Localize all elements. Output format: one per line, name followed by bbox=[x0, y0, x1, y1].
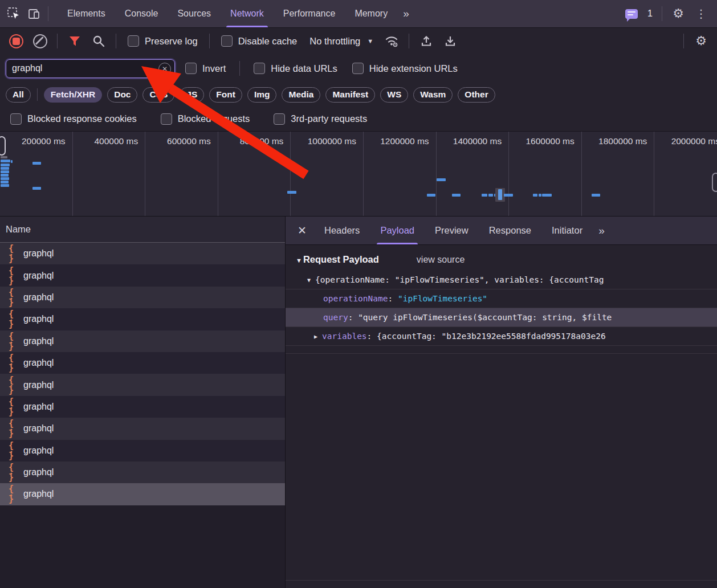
payload-row[interactable]: operationName: "ipFlowTimeseries" bbox=[286, 289, 717, 308]
third-party-control[interactable]: 3rd-party requests bbox=[274, 113, 367, 125]
detail-tab-initiator[interactable]: Initiator bbox=[541, 217, 593, 244]
divider bbox=[37, 88, 38, 101]
more-panels-icon[interactable]: » bbox=[397, 7, 414, 20]
timeline-column: 1400000 ms bbox=[437, 132, 510, 216]
tab-console[interactable]: Console bbox=[115, 0, 168, 27]
record-network-log-button[interactable] bbox=[6, 31, 26, 51]
settings-button[interactable]: ⚙ bbox=[668, 3, 689, 24]
tab-elements[interactable]: Elements bbox=[58, 0, 115, 27]
request-name: graphql bbox=[23, 380, 54, 390]
json-braces-icon: { } bbox=[6, 418, 17, 439]
detail-tab-headers[interactable]: Headers bbox=[314, 217, 370, 244]
detail-tab-payload[interactable]: Payload bbox=[370, 217, 425, 244]
network-overview-timeline[interactable]: 200000 ms400000 ms600000 ms800000 ms1000… bbox=[0, 131, 717, 217]
timeline-right-handle[interactable] bbox=[712, 173, 717, 192]
request-timing-bar bbox=[539, 194, 541, 197]
chip-manifest[interactable]: Manifest bbox=[325, 87, 375, 103]
kebab-menu-icon: ⋮ bbox=[695, 8, 707, 19]
more-detail-tabs-icon[interactable]: » bbox=[593, 224, 609, 237]
inspect-element-button[interactable] bbox=[3, 3, 24, 24]
preserve-log-control[interactable]: Preserve log bbox=[128, 35, 198, 47]
hide-data-urls-control[interactable]: Hide data URLs bbox=[254, 63, 337, 74]
hide-extension-urls-control[interactable]: Hide extension URLs bbox=[352, 63, 458, 74]
request-row[interactable]: { }graphql bbox=[0, 330, 285, 352]
json-braces-icon: { } bbox=[6, 331, 17, 352]
chip-fetch-xhr[interactable]: Fetch/XHR bbox=[44, 87, 102, 103]
request-row[interactable]: { }graphql bbox=[0, 287, 285, 308]
tab-performance[interactable]: Performance bbox=[274, 0, 345, 27]
tab-network[interactable]: Network bbox=[221, 0, 274, 27]
throttling-select[interactable]: No throttling ▼ bbox=[309, 36, 373, 47]
request-row[interactable]: { }graphql bbox=[0, 396, 285, 418]
device-toolbar-icon bbox=[27, 7, 41, 21]
issues-button[interactable] bbox=[621, 3, 642, 24]
chip-doc[interactable]: Doc bbox=[107, 87, 137, 103]
json-braces-icon: { } bbox=[6, 440, 17, 461]
invert-checkbox[interactable] bbox=[185, 63, 197, 74]
view-source-link[interactable]: view source bbox=[417, 255, 465, 265]
request-row[interactable]: { }graphql bbox=[0, 483, 285, 505]
filter-input[interactable] bbox=[6, 59, 175, 78]
clear-network-log-button[interactable] bbox=[30, 31, 50, 51]
preserve-log-checkbox[interactable] bbox=[128, 35, 139, 47]
disable-cache-control[interactable]: Disable cache bbox=[221, 35, 298, 47]
disable-cache-checkbox[interactable] bbox=[221, 35, 233, 47]
main-menu-button[interactable]: ⋮ bbox=[691, 3, 711, 24]
chip-js[interactable]: JS bbox=[180, 87, 204, 103]
request-timing-bar bbox=[533, 194, 537, 197]
payload-summary-row[interactable]: ▼ {operationName: "ipFlowTimeseries", va… bbox=[286, 271, 717, 289]
blocked-cookies-checkbox[interactable] bbox=[10, 113, 22, 125]
third-party-checkbox[interactable] bbox=[274, 113, 285, 125]
expand-arrow-icon[interactable]: ▼ bbox=[307, 277, 311, 283]
device-toolbar-button[interactable] bbox=[24, 3, 44, 24]
request-row[interactable]: { }graphql bbox=[0, 308, 285, 330]
request-row[interactable]: { }graphql bbox=[0, 440, 285, 462]
request-row[interactable]: { }graphql bbox=[0, 243, 285, 264]
tab-memory[interactable]: Memory bbox=[345, 0, 397, 27]
blocked-cookies-control[interactable]: Blocked response cookies bbox=[10, 113, 137, 125]
collapse-triangle-icon[interactable]: ▼ bbox=[296, 257, 302, 264]
timeline-tick-label: 1600000 ms bbox=[509, 132, 581, 146]
timeline-tick-label: 600000 ms bbox=[145, 132, 218, 146]
import-har-button[interactable] bbox=[416, 31, 437, 51]
timeline-columns: 200000 ms400000 ms600000 ms800000 ms1000… bbox=[0, 132, 717, 216]
search-button[interactable] bbox=[88, 31, 109, 51]
network-main-area: Name { }graphql{ }graphql{ }graphql{ }gr… bbox=[0, 217, 717, 588]
hide-data-urls-checkbox[interactable] bbox=[254, 63, 265, 74]
chip-img[interactable]: Img bbox=[247, 87, 277, 103]
chip-other[interactable]: Other bbox=[458, 87, 495, 103]
network-conditions-button[interactable] bbox=[381, 31, 402, 51]
request-row[interactable]: { }graphql bbox=[0, 374, 285, 395]
export-har-button[interactable] bbox=[440, 31, 461, 51]
payload-row[interactable]: ▶variables: {accountTag: "b12e3b2192ee55… bbox=[286, 326, 717, 345]
blocked-requests-checkbox[interactable] bbox=[161, 113, 172, 125]
chip-all[interactable]: All bbox=[6, 87, 31, 103]
clear-filter-icon[interactable]: ✕ bbox=[158, 63, 171, 75]
blocked-requests-control[interactable]: Blocked requests bbox=[161, 113, 250, 125]
divider bbox=[209, 34, 210, 48]
request-row[interactable]: { }graphql bbox=[0, 462, 285, 483]
payload-key: variables bbox=[322, 332, 367, 341]
tab-sources[interactable]: Sources bbox=[168, 0, 221, 27]
chip-media[interactable]: Media bbox=[282, 87, 320, 103]
chip-font[interactable]: Font bbox=[209, 87, 242, 103]
detail-tab-preview[interactable]: Preview bbox=[425, 217, 479, 244]
timeline-left-handle[interactable] bbox=[0, 136, 6, 156]
filter-toggle-button[interactable] bbox=[64, 31, 85, 51]
name-column-header[interactable]: Name bbox=[0, 217, 285, 243]
request-row[interactable]: { }graphql bbox=[0, 418, 285, 439]
invert-control[interactable]: Invert bbox=[185, 63, 226, 74]
request-row[interactable]: { }graphql bbox=[0, 352, 285, 374]
close-detail-button[interactable]: ✕ bbox=[290, 217, 314, 244]
request-row[interactable]: { }graphql bbox=[0, 264, 285, 286]
payload-row[interactable]: query: "query ipFlowTimeseries($accountT… bbox=[286, 308, 717, 326]
detail-tab-response[interactable]: Response bbox=[479, 217, 541, 244]
chip-css[interactable]: CSS bbox=[142, 87, 174, 103]
chip-ws[interactable]: WS bbox=[380, 87, 408, 103]
network-settings-button[interactable]: ⚙ bbox=[691, 31, 711, 51]
hide-extension-urls-checkbox[interactable] bbox=[352, 63, 364, 74]
chip-wasm[interactable]: Wasm bbox=[413, 87, 453, 103]
request-detail-pane: ✕ HeadersPayloadPreviewResponseInitiator… bbox=[286, 217, 717, 588]
expand-arrow-icon[interactable]: ▶ bbox=[314, 333, 317, 340]
devtools-tabbar: ElementsConsoleSourcesNetworkPerformance… bbox=[0, 0, 717, 28]
